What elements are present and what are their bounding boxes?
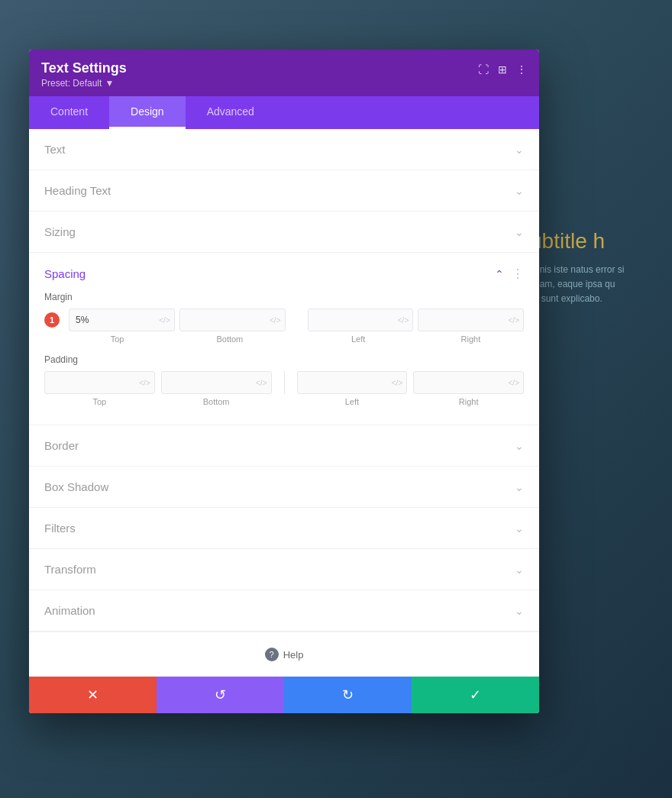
- panel-header-icons: ⛶ ⊞ ⋮: [478, 63, 527, 76]
- margin-bottom-label: Bottom: [176, 334, 283, 344]
- section-sizing-label: Sizing: [44, 225, 76, 238]
- section-animation-label: Animation: [44, 604, 95, 617]
- bg-subtitle: subtitle h: [519, 229, 657, 254]
- padding-bottom-input[interactable]: [161, 371, 272, 394]
- margin-top-link-icon: </>: [159, 316, 170, 325]
- section-boxshadow-label: Box Shadow: [44, 480, 108, 493]
- padding-right-link-icon: </>: [509, 379, 519, 387]
- section-border[interactable]: Border ⌄: [29, 425, 539, 467]
- padding-label: Padding: [44, 354, 524, 365]
- spacing-chevron-up[interactable]: ⌃: [495, 268, 504, 280]
- footer-buttons: ✕ ↺ ↻ ✓: [29, 677, 539, 713]
- panel-header-left: Text Settings Preset: Default ▼: [41, 60, 127, 89]
- spacing-more-icon[interactable]: ⋮: [512, 267, 524, 281]
- fullscreen-icon[interactable]: ⛶: [478, 63, 489, 76]
- padding-bottom-label: Bottom: [161, 397, 272, 406]
- padding-left-link-icon: </>: [392, 379, 402, 387]
- columns-icon[interactable]: ⊞: [498, 63, 507, 76]
- margin-bottom-wrapper: </>: [179, 309, 286, 331]
- section-transform-label: Transform: [44, 563, 96, 576]
- section-border-chevron: ⌄: [515, 440, 524, 452]
- tab-design[interactable]: Design: [109, 96, 186, 129]
- padding-top-input[interactable]: [44, 371, 155, 394]
- panel-title: Text Settings: [41, 60, 127, 76]
- padding-left-label: Left: [297, 397, 408, 406]
- spacing-section: Spacing ⌃ ⋮ Margin 1 </>: [29, 253, 539, 425]
- margin-label: Margin: [44, 292, 524, 302]
- spacing-body: Margin 1 </> </>: [29, 292, 539, 425]
- settings-panel: Text Settings Preset: Default ▼ ⛶ ⊞ ⋮ Co…: [29, 50, 539, 713]
- margin-left-wrapper: </>: [308, 309, 414, 331]
- section-transform[interactable]: Transform ⌄: [29, 549, 539, 590]
- panel-header: Text Settings Preset: Default ▼ ⛶ ⊞ ⋮: [29, 50, 539, 96]
- margin-left-link-icon: </>: [398, 316, 409, 325]
- spacing-header-icons: ⌃ ⋮: [495, 267, 524, 281]
- padding-divider: [284, 371, 285, 394]
- padding-right-label: Right: [413, 397, 524, 406]
- more-options-icon[interactable]: ⋮: [516, 63, 527, 76]
- reset-button[interactable]: ↺: [157, 677, 284, 713]
- margin-right-wrapper: </>: [418, 309, 524, 331]
- section-text-chevron: ⌄: [515, 144, 524, 156]
- help-text[interactable]: Help: [283, 649, 304, 661]
- spacing-header: Spacing ⌃ ⋮: [29, 253, 539, 292]
- margin-input-row: 1 </> </> </>: [44, 309, 524, 331]
- section-heading[interactable]: Heading Text ⌄: [29, 170, 539, 212]
- padding-left-wrapper: </>: [297, 371, 408, 394]
- section-heading-label: Heading Text: [44, 184, 111, 197]
- section-heading-chevron: ⌄: [515, 185, 524, 197]
- margin-top-label: Top: [64, 334, 170, 344]
- margin-top-wrapper: </>: [69, 309, 175, 331]
- section-text-label: Text: [44, 143, 66, 156]
- section-filters-chevron: ⌄: [515, 522, 524, 535]
- padding-bottom-wrapper: </>: [161, 371, 272, 394]
- padding-top-link-icon: </>: [139, 379, 150, 387]
- section-sizing[interactable]: Sizing ⌄: [29, 212, 539, 253]
- bg-body1: e omnis iste natus error si aperiam, eaq…: [519, 263, 657, 307]
- margin-right-link-icon: </>: [509, 316, 519, 325]
- tab-advanced[interactable]: Advanced: [186, 96, 276, 129]
- section-transform-chevron: ⌄: [515, 564, 524, 576]
- spacing-title: Spacing: [44, 267, 86, 280]
- section-animation[interactable]: Animation ⌄: [29, 590, 539, 632]
- margin-right-label: Right: [418, 334, 524, 344]
- help-row: ? Help: [29, 632, 539, 677]
- section-boxshadow-chevron: ⌄: [515, 481, 524, 493]
- panel-content: Text ⌄ Heading Text ⌄ Sizing ⌄ Spacing ⌃…: [29, 129, 539, 677]
- section-animation-chevron: ⌄: [515, 605, 524, 617]
- redo-button[interactable]: ↻: [284, 677, 412, 713]
- section-filters-label: Filters: [44, 522, 76, 535]
- section-filters[interactable]: Filters ⌄: [29, 508, 539, 549]
- padding-top-wrapper: </>: [44, 371, 155, 394]
- padding-right-wrapper: </>: [413, 371, 524, 394]
- padding-bottom-link-icon: </>: [256, 379, 267, 387]
- margin-left-label: Left: [305, 334, 412, 344]
- padding-top-label: Top: [44, 397, 155, 406]
- padding-left-input[interactable]: [297, 371, 408, 394]
- padding-right-input[interactable]: [413, 371, 524, 394]
- cancel-button[interactable]: ✕: [29, 677, 157, 713]
- margin-badge: 1: [44, 312, 60, 328]
- help-icon: ?: [265, 648, 279, 661]
- padding-input-row: </> </> </>: [44, 371, 524, 394]
- section-sizing-chevron: ⌄: [515, 226, 524, 238]
- tab-content[interactable]: Content: [29, 96, 109, 129]
- save-button[interactable]: ✓: [412, 677, 539, 713]
- panel-preset[interactable]: Preset: Default ▼: [41, 78, 127, 89]
- section-text[interactable]: Text ⌄: [29, 129, 539, 170]
- margin-bottom-link-icon: </>: [270, 316, 280, 325]
- tabs-bar: Content Design Advanced: [29, 96, 539, 129]
- section-boxshadow[interactable]: Box Shadow ⌄: [29, 467, 539, 508]
- section-border-label: Border: [44, 439, 79, 452]
